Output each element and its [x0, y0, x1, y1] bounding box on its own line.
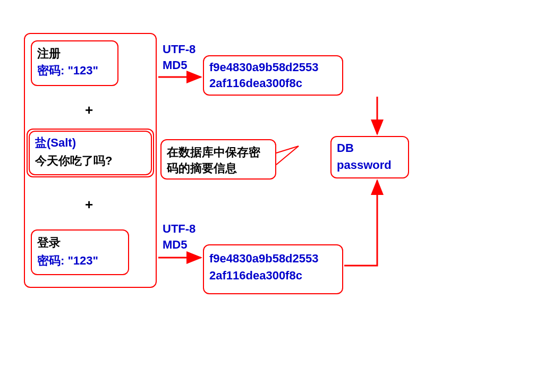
plus-1: + — [85, 102, 93, 118]
db-line1: DB — [337, 140, 354, 156]
hash2-line2: 2af116dea300f8c — [209, 268, 302, 284]
hash1-line2: 2af116dea300f8c — [209, 75, 302, 91]
transform2-line2: MD5 — [163, 237, 187, 253]
callout-tail-top — [276, 146, 299, 153]
salt-line2: 今天你吃了吗? — [35, 153, 112, 169]
callout-line2: 码的摘要信息 — [167, 160, 237, 176]
db-line2: password — [337, 157, 392, 173]
transform1-line2: MD5 — [163, 57, 187, 73]
transform2-line1: UTF-8 — [163, 221, 196, 237]
register-line2: 密码: "123" — [37, 63, 98, 79]
login-line2: 密码: "123" — [37, 253, 98, 269]
diagram-canvas: 注册 密码: "123" + 盐(Salt) 今天你吃了吗? + 登录 密码: … — [0, 0, 544, 392]
login-line1: 登录 — [37, 235, 61, 251]
plus-2: + — [85, 197, 93, 213]
callout-line1: 在数据库中保存密 — [167, 144, 260, 160]
hash1-line1: f9e4830a9b58d2553 — [209, 59, 319, 75]
callout-tail-bottom — [276, 146, 299, 165]
salt-line1: 盐(Salt) — [35, 135, 76, 151]
transform1-line1: UTF-8 — [163, 41, 196, 57]
hash2-line1: f9e4830a9b58d2553 — [209, 251, 319, 267]
arrow-hash2-to-db — [344, 181, 377, 266]
register-line1: 注册 — [37, 46, 61, 62]
